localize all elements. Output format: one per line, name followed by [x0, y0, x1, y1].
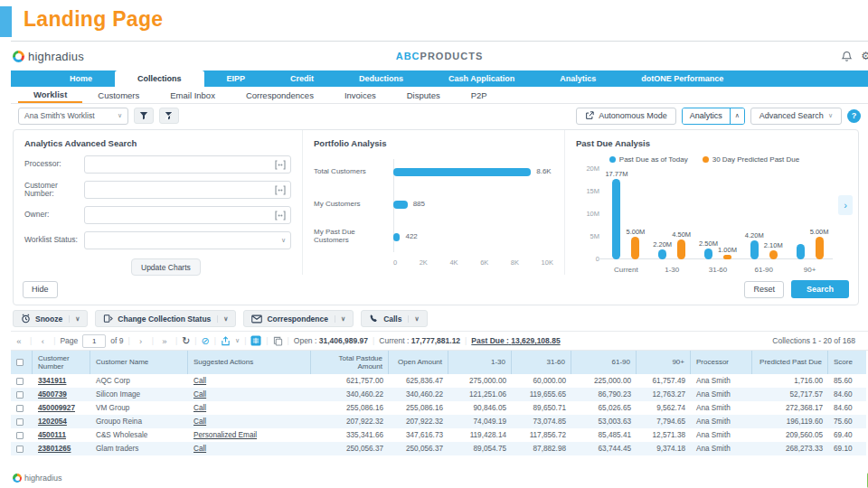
- row-checkbox[interactable]: [16, 432, 24, 439]
- row-checkbox[interactable]: [16, 405, 24, 412]
- customer-number-text-input[interactable]: [90, 185, 275, 194]
- bell-icon[interactable]: [841, 51, 853, 62]
- hide-columns-icon[interactable]: ⊘: [202, 335, 210, 347]
- customer-number-link[interactable]: 23801265: [38, 445, 71, 453]
- column-header-total-pastdue-amount[interactable]: Total Pastdue Amount: [311, 351, 389, 374]
- chart-next-button[interactable]: ›: [838, 195, 853, 215]
- past-due-total-link[interactable]: Past Due : 13,629,108.85: [471, 336, 560, 345]
- nav-item-eipp[interactable]: EIPP: [204, 70, 269, 87]
- autonomous-mode-label: Autonomous Mode: [599, 111, 667, 120]
- filter-icon-button[interactable]: [134, 108, 154, 124]
- hide-button[interactable]: Hide: [23, 281, 58, 298]
- customer-number-link[interactable]: 4500111: [38, 431, 66, 439]
- nav-item-collections[interactable]: Collections: [115, 70, 204, 87]
- export-icon[interactable]: [221, 336, 231, 346]
- tab-correspondences[interactable]: Correspondences: [231, 87, 329, 103]
- suggested-action-link[interactable]: Call: [193, 445, 206, 453]
- advanced-search-panel: Analytics Advanced Search Processor:Cust…: [14, 130, 303, 275]
- customer-number-link[interactable]: 3341911: [38, 377, 66, 385]
- processor-text-input[interactable]: [90, 160, 275, 169]
- suggested-action-link[interactable]: Call: [193, 377, 206, 385]
- clear-filter-icon-button[interactable]: [159, 108, 179, 124]
- suggested-action-link[interactable]: Personalized Email: [193, 431, 257, 439]
- tab-worklist[interactable]: Worklist: [18, 87, 82, 103]
- column-header-customer-number[interactable]: Customer Number: [33, 351, 90, 374]
- autonomous-mode-button[interactable]: Autonomous Mode: [576, 108, 676, 125]
- column-header-processor[interactable]: Processor: [691, 351, 752, 374]
- processor-input[interactable]: [84, 155, 291, 174]
- row-checkbox[interactable]: [16, 391, 24, 399]
- column-header-score[interactable]: Score: [828, 351, 866, 374]
- column-header-suggested-actions[interactable]: Suggested Actions: [188, 351, 311, 374]
- row-checkbox[interactable]: [16, 446, 24, 453]
- help-button[interactable]: ?: [847, 109, 861, 123]
- chevron-down-icon[interactable]: ∨: [235, 337, 240, 344]
- last-page-button[interactable]: »: [158, 336, 171, 346]
- bar-value-label: 422: [405, 232, 417, 240]
- tab-p2p[interactable]: P2P: [456, 87, 503, 103]
- owner-text-input[interactable]: [90, 211, 275, 220]
- cell-90: 7,794.65: [637, 415, 691, 428]
- suggested-action-link[interactable]: Call: [193, 390, 206, 399]
- nav-item-credit[interactable]: Credit: [268, 70, 336, 87]
- tab-customers[interactable]: Customers: [82, 87, 155, 103]
- column-header-31-60[interactable]: 31-60: [512, 351, 571, 374]
- header-select-all[interactable]: [11, 351, 33, 374]
- reset-button[interactable]: Reset: [744, 281, 784, 298]
- customer-number-link[interactable]: 1202054: [38, 418, 67, 426]
- snooze-button[interactable]: Snooze ∨: [13, 310, 88, 327]
- prev-page-button[interactable]: ‹: [36, 336, 49, 346]
- copy-icon[interactable]: [273, 336, 283, 346]
- column-header-90[interactable]: 90+: [637, 351, 691, 374]
- worklist-status-input[interactable]: ∨: [84, 231, 291, 249]
- gear-icon[interactable]: ⚙: [861, 50, 868, 62]
- customer-number-link[interactable]: 4500739: [38, 390, 67, 399]
- change-collection-status-button[interactable]: Change Collection Status ∨: [95, 310, 236, 327]
- column-header-open-amount[interactable]: Open Amount: [389, 351, 448, 374]
- first-page-button[interactable]: «: [13, 336, 25, 346]
- column-header-customer-name[interactable]: Customer Name: [90, 351, 188, 374]
- suggested-action-link[interactable]: Call: [193, 404, 206, 412]
- owner-input[interactable]: [84, 206, 291, 224]
- bar-past-due-as-of-today-1-30: 2.20M: [658, 249, 666, 259]
- page-input[interactable]: [82, 334, 106, 348]
- update-charts-button[interactable]: Update Charts: [131, 258, 201, 276]
- refresh-icon[interactable]: ↻: [182, 335, 190, 347]
- column-header-predicted-past-due[interactable]: Predicted Past Due: [752, 351, 828, 374]
- nav-item-deductions[interactable]: Deductions: [336, 70, 426, 87]
- lookup-icon[interactable]: [275, 160, 286, 170]
- legend-item-30-day-predicted-past-due: 30 Day Predicted Past Due: [703, 155, 800, 164]
- worklist-dropdown[interactable]: Ana Smith's Worklist ∨: [18, 108, 128, 125]
- chevron-down-icon: ∨: [118, 112, 122, 119]
- advanced-search-button[interactable]: Advanced Search ∨: [750, 108, 842, 125]
- nav-item-cash-application[interactable]: Cash Application: [426, 70, 537, 87]
- chevron-up-icon[interactable]: ∧: [730, 108, 744, 124]
- select-all-checkbox[interactable]: [16, 359, 24, 366]
- row-checkbox[interactable]: [16, 378, 24, 385]
- nav-item-analytics[interactable]: Analytics: [537, 70, 618, 87]
- lookup-icon[interactable]: [275, 185, 286, 195]
- tab-disputes[interactable]: Disputes: [392, 87, 456, 103]
- analytics-button[interactable]: Analytics: [683, 108, 730, 124]
- customer-number-link[interactable]: 450009927: [38, 404, 75, 412]
- row-checkbox[interactable]: [16, 418, 24, 426]
- excel-export-icon[interactable]: [250, 335, 261, 346]
- cell-open-amount: 625,836.47: [389, 374, 448, 388]
- search-button[interactable]: Search: [791, 280, 849, 298]
- customer-number-input[interactable]: [84, 181, 291, 199]
- x-axis: 02K4K6K8K10K: [393, 258, 553, 267]
- tab-email-inbox[interactable]: Email Inbox: [155, 87, 231, 103]
- correspondence-button[interactable]: Correspondence ∨: [243, 310, 354, 327]
- suggested-action-link[interactable]: Call: [193, 418, 206, 426]
- nav-item-home[interactable]: Home: [47, 70, 115, 87]
- calls-button[interactable]: Calls ∨: [361, 310, 427, 327]
- column-header-1-30[interactable]: 1-30: [448, 351, 512, 374]
- lookup-icon[interactable]: [275, 211, 286, 221]
- nav-item-dotone-performance[interactable]: dotONE Performance: [618, 70, 746, 87]
- tab-invoices[interactable]: Invoices: [329, 87, 392, 103]
- product-name: ABCPRODUCTS: [11, 51, 868, 61]
- next-page-button[interactable]: ›: [135, 336, 147, 346]
- column-header-61-90[interactable]: 61-90: [571, 351, 637, 374]
- worklist-status-text-input[interactable]: [90, 236, 281, 245]
- cell-31-60: 87,882.98: [512, 442, 571, 455]
